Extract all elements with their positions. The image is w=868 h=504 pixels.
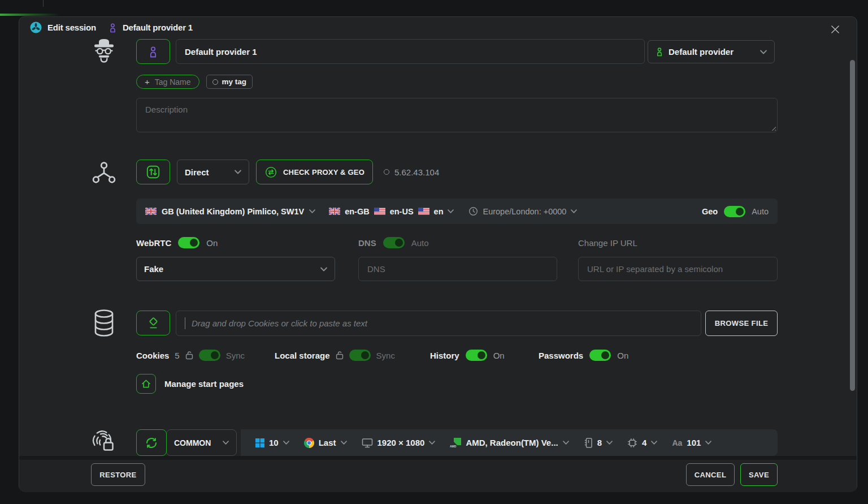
flag-us-icon <box>418 208 429 215</box>
fingerprint-band: 10 Last 1920 × 1080 <box>241 429 778 456</box>
description-textarea[interactable] <box>136 98 778 132</box>
passwords-label: Passwords <box>539 351 583 360</box>
external-ip: 5.62.43.104 <box>384 160 439 184</box>
cpu-cores-value: 4 <box>642 438 646 447</box>
home-icon <box>141 378 151 389</box>
change-ip-url-label: Change IP URL <box>578 238 637 248</box>
chevron-down-icon <box>341 441 347 445</box>
chevron-down-icon <box>606 441 613 445</box>
scrollbar-thumb[interactable] <box>850 60 855 391</box>
local-storage-lock-icon <box>336 351 344 360</box>
restore-label: RESTORE <box>99 471 136 479</box>
webrtc-mode-dropdown[interactable]: Fake <box>136 257 335 281</box>
flag-gb-icon <box>329 208 340 215</box>
manage-start-pages-label: Manage start pages <box>164 379 244 389</box>
geo-toggle-value: Auto <box>752 207 769 216</box>
chevron-down-icon <box>309 209 315 213</box>
ip-status-icon <box>384 169 389 175</box>
gpu-value: AMD, Radeon(TM) Ve... <box>466 438 558 447</box>
ram-icon <box>584 437 593 449</box>
local-storage-sync-toggle[interactable] <box>349 350 371 361</box>
browser-version-dropdown[interactable]: Last <box>304 438 347 448</box>
text-cursor <box>185 317 185 329</box>
geo-location-dropdown[interactable]: GB (United Kingdom) Pimlico, SW1V <box>145 207 315 216</box>
clock-icon <box>468 206 478 216</box>
change-ip-url-input[interactable] <box>578 257 778 281</box>
cookies-database-icon <box>91 308 117 338</box>
chevron-down-icon <box>429 441 435 445</box>
fonts-dropdown[interactable]: Aa 101 <box>672 438 711 447</box>
timezone-value: Europe/London: +0000 <box>483 207 566 216</box>
windows-icon <box>255 438 264 447</box>
check-proxy-geo-button[interactable]: CHECK PROXY & GEO <box>256 160 373 184</box>
browse-file-button[interactable]: BROWSE FILE <box>705 311 778 336</box>
local-storage-label: Local storage <box>275 351 330 360</box>
profile-person-icon <box>108 23 117 33</box>
fingerprint-preset-dropdown[interactable]: COMMON <box>166 429 237 456</box>
tag-chip[interactable]: my tag <box>206 75 253 89</box>
add-tag-input[interactable]: + Tag Name <box>136 75 199 89</box>
proxy-mode-value: Direct <box>185 167 209 177</box>
geo-toggle[interactable] <box>724 206 745 217</box>
screen-resolution-dropdown[interactable]: 1920 × 1080 <box>362 438 436 448</box>
tag-circle-icon <box>212 79 218 85</box>
cookies-label: Cookies <box>136 351 169 360</box>
webrtc-label: WebRTC <box>136 238 171 248</box>
fonts-icon: Aa <box>672 438 682 447</box>
restore-button[interactable]: RESTORE <box>91 463 145 486</box>
timezone-dropdown[interactable]: Europe/London: +0000 <box>468 206 577 216</box>
passwords-value: On <box>617 351 628 360</box>
dns-input[interactable] <box>358 257 557 281</box>
cpu-cores-dropdown[interactable]: 4 <box>627 438 657 448</box>
language-2: en <box>434 207 444 216</box>
tag-name-placeholder: Tag Name <box>155 77 191 87</box>
background-divider <box>43 0 44 7</box>
chevron-down-icon <box>563 441 569 445</box>
dialog-header: Edit session Default provider 1 <box>30 21 193 33</box>
manage-start-pages-button[interactable] <box>136 374 156 394</box>
profile-type-button[interactable] <box>136 39 170 64</box>
proxy-transfer-icon <box>146 165 160 179</box>
memory-dropdown[interactable]: 8 <box>584 437 613 449</box>
background-tab-indicator <box>0 14 60 16</box>
chevron-down-icon <box>283 441 289 445</box>
provider-dropdown[interactable]: Default provider <box>648 40 775 63</box>
chevron-down-icon <box>705 441 711 445</box>
passwords-toggle[interactable] <box>589 350 611 361</box>
geo-bar: GB (United Kingdom) Pimlico, SW1V en-GB … <box>136 199 778 224</box>
cancel-button[interactable]: CANCEL <box>686 463 735 486</box>
cookies-dropzone[interactable]: Drag and drop Cookies or click to paste … <box>176 311 701 336</box>
fonts-count-value: 101 <box>687 438 701 447</box>
os-version-dropdown[interactable]: 10 <box>255 438 289 447</box>
app-logo-icon <box>30 21 42 33</box>
chevron-down-icon <box>235 170 241 174</box>
screen-resolution-value: 1920 × 1080 <box>377 438 425 447</box>
regenerate-fingerprint-button[interactable] <box>136 429 167 456</box>
webrtc-toggle[interactable] <box>178 237 199 248</box>
history-toggle[interactable] <box>466 350 487 361</box>
dns-toggle[interactable] <box>383 237 405 248</box>
refresh-icon <box>145 436 158 450</box>
languages-dropdown[interactable]: en-GB en-US en <box>329 207 454 216</box>
close-button[interactable] <box>828 23 842 36</box>
dns-value: Auto <box>411 238 429 248</box>
close-icon <box>831 25 840 34</box>
proxy-type-button[interactable] <box>136 160 170 184</box>
save-button[interactable]: SAVE <box>740 463 778 486</box>
clear-cookies-button[interactable] <box>136 311 170 335</box>
flag-gb-icon <box>145 208 157 215</box>
browse-file-label: BROWSE FILE <box>715 319 769 328</box>
chrome-icon <box>304 438 314 448</box>
tag-label: my tag <box>222 77 247 86</box>
cookies-sync-toggle[interactable] <box>199 350 220 361</box>
chevron-down-icon <box>571 209 577 213</box>
flag-us-icon <box>374 208 385 215</box>
chevron-down-icon <box>651 441 657 445</box>
cookies-count: 5 <box>175 351 179 360</box>
save-label: SAVE <box>749 471 769 479</box>
browser-version-value: Last <box>319 438 336 447</box>
gpu-dropdown[interactable]: AMD AMD, Radeon(TM) Ve... <box>450 438 568 447</box>
proxy-mode-dropdown[interactable]: Direct <box>177 160 249 184</box>
session-name-input[interactable] <box>176 39 645 64</box>
os-version-value: 10 <box>269 438 279 447</box>
